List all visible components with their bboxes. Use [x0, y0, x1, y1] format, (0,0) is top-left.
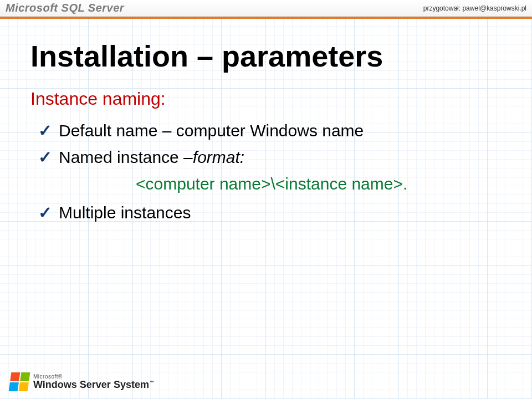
- bullet-text: Multiple instances: [59, 203, 191, 222]
- footer-logo: Microsoft® Windows Server System™: [10, 372, 154, 391]
- bullet-item: ✓ Default name – computer Windows name: [38, 121, 502, 140]
- product-name: Microsoft SQL Server: [6, 2, 124, 14]
- footer-product-name: Windows Server System: [33, 379, 149, 390]
- content: Installation – parameters Instance namin…: [30, 39, 502, 230]
- header-bar: Microsoft SQL Server przygotował: pawel@…: [0, 0, 532, 17]
- bullet-lead: Named instance –: [59, 148, 193, 166]
- bullet-item: ✓ Multiple instances: [38, 203, 502, 222]
- header-rule: [0, 17, 532, 19]
- author-line: przygotował: pawel@kasprowski.pl: [423, 4, 526, 12]
- bullet-tail: format:: [193, 148, 244, 166]
- footer-product: Windows Server System™: [33, 380, 154, 390]
- check-icon: ✓: [38, 122, 52, 139]
- author-email: pawel@kasprowski.pl: [462, 4, 526, 12]
- footer-tm: ™: [149, 380, 154, 385]
- author-prefix: przygotował:: [423, 4, 463, 12]
- slide: Microsoft SQL Server przygotował: pawel@…: [0, 0, 532, 399]
- slide-subtitle: Instance naming:: [30, 89, 502, 109]
- check-icon: ✓: [38, 149, 52, 166]
- slide-title: Installation – parameters: [30, 39, 502, 73]
- windows-flag-icon: [9, 372, 30, 391]
- check-icon: ✓: [38, 204, 52, 221]
- footer-text: Microsoft® Windows Server System™: [33, 374, 154, 390]
- bullet-text: Default name – computer Windows name: [59, 121, 364, 140]
- bullet-item: ✓ Named instance –format:: [38, 148, 502, 167]
- bullet-text: Named instance –format:: [59, 148, 244, 167]
- format-line: <computer name>\<instance name>.: [136, 175, 502, 193]
